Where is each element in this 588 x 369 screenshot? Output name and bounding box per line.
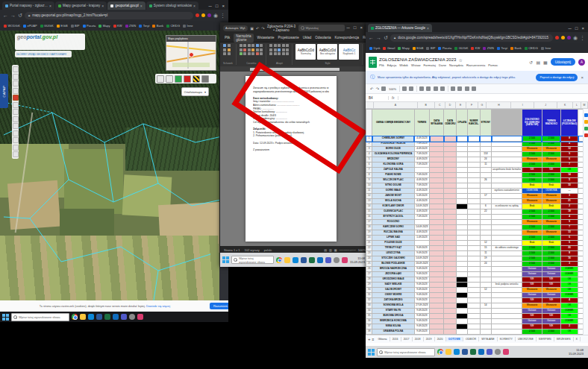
cell-status-1[interactable]: NIE bbox=[522, 277, 542, 283]
cell-numer[interactable] bbox=[468, 204, 480, 209]
cell-numer[interactable] bbox=[468, 293, 480, 298]
bookmark-item[interactable]: CEIDG bbox=[166, 24, 180, 28]
cell-status-2[interactable]: 2.500 bbox=[542, 136, 560, 142]
menu-rozszerzenia[interactable]: Rozszerzenia bbox=[466, 63, 485, 67]
cell-status-1[interactable]: NIE bbox=[522, 314, 542, 319]
cell-odbior[interactable] bbox=[444, 199, 457, 204]
taskbar-chrome-icon[interactable] bbox=[276, 257, 282, 263]
cell-status-1[interactable]: Wezwanie bbox=[522, 199, 542, 204]
table-row[interactable]: 31OSINY MOKRE9.09.2023GotoweGotoweODEBR. bbox=[366, 293, 588, 298]
ribbon-tab-narzdziagwne[interactable]: Narzędzia główne bbox=[234, 34, 253, 42]
map-tool-icon[interactable] bbox=[13, 137, 19, 143]
ribbon-tab-wstawianie[interactable]: Wstawianie bbox=[257, 36, 275, 40]
cell-name[interactable]: BRZOZA NADRZECZNA bbox=[372, 267, 414, 272]
cell-note[interactable] bbox=[492, 225, 522, 230]
cell-status-1[interactable]: Gotowe bbox=[522, 309, 542, 314]
bookmark-item[interactable]: Mapy bbox=[398, 46, 409, 50]
column-header-M[interactable]: M bbox=[581, 102, 588, 108]
cell-odbior[interactable] bbox=[444, 173, 457, 178]
cell-days[interactable]: OK bbox=[560, 303, 578, 309]
cell-status-2[interactable]: Gotowe bbox=[542, 267, 560, 272]
contacts-icon[interactable] bbox=[584, 133, 588, 137]
cell-strony[interactable]: 11 bbox=[480, 251, 492, 256]
reload-icon[interactable]: ↺ bbox=[384, 35, 388, 41]
cell-odbior[interactable] bbox=[444, 157, 457, 163]
cell-odbior[interactable] bbox=[444, 168, 457, 173]
cell-wyslanie[interactable] bbox=[430, 303, 444, 309]
cell-wyslanie[interactable] bbox=[430, 225, 444, 230]
cell-date[interactable]: 27.09.2023 bbox=[414, 303, 430, 309]
capap-side-tab[interactable]: CAPAP bbox=[0, 74, 8, 108]
ribbon-tab-korespondencja[interactable]: Korespondencja bbox=[335, 36, 360, 40]
cell-date[interactable]: 9.09.2023 bbox=[414, 314, 430, 319]
cell-numer[interactable] bbox=[468, 256, 480, 262]
cell-name[interactable]: WOLA SUCHA bbox=[372, 199, 414, 204]
cell-wyslanie[interactable] bbox=[430, 230, 444, 236]
tab-close-icon[interactable]: × bbox=[193, 4, 196, 8]
cell-date[interactable]: 4.09.2023 bbox=[414, 178, 430, 183]
row-number[interactable]: 29 bbox=[366, 283, 372, 288]
column-header-K[interactable]: K bbox=[557, 102, 573, 108]
cell-status-2[interactable]: Wezwanie bbox=[542, 147, 560, 152]
cell-days[interactable]: 14 bbox=[560, 173, 578, 178]
row-number[interactable]: 2 bbox=[366, 142, 372, 147]
table-row[interactable]: 7ZAPOLE KALINAuzupełniono braki formalne… bbox=[366, 168, 588, 173]
menu-narzędzia[interactable]: Narzędzia bbox=[449, 63, 463, 67]
cell-name[interactable]: LIPNIK SAD bbox=[372, 236, 414, 241]
forward-icon[interactable]: → bbox=[10, 13, 16, 18]
cell-numer[interactable] bbox=[468, 142, 480, 147]
cell-numer[interactable] bbox=[468, 189, 480, 194]
cell-wyslanie[interactable] bbox=[430, 246, 444, 251]
cell-date[interactable] bbox=[414, 241, 430, 246]
row-number[interactable]: 6 bbox=[366, 163, 372, 168]
zoom-select[interactable]: 100% bbox=[389, 87, 396, 91]
cell-odbior[interactable] bbox=[444, 163, 457, 168]
reload-icon[interactable]: ↺ bbox=[18, 13, 22, 19]
cell-status-2[interactable]: 2.500 bbox=[542, 215, 560, 220]
taskbar-word-icon[interactable] bbox=[96, 314, 102, 320]
cell-strony[interactable] bbox=[480, 267, 492, 272]
cell-status-1[interactable]: NIE bbox=[522, 168, 542, 173]
row-number[interactable]: 32 bbox=[366, 298, 372, 303]
back-icon[interactable]: ← bbox=[369, 35, 374, 40]
cell-strony[interactable] bbox=[480, 189, 492, 194]
map-tool-icon[interactable] bbox=[13, 88, 19, 94]
cell-status-1[interactable]: 2.500 bbox=[522, 215, 542, 220]
cell-status-1[interactable]: 2.500 bbox=[522, 246, 542, 251]
taskbar-teams-icon[interactable] bbox=[325, 257, 331, 263]
map-tool-icon[interactable] bbox=[13, 130, 19, 136]
bookmark-item[interactable]: Gmail bbox=[383, 46, 395, 50]
cell-odbior[interactable] bbox=[444, 272, 457, 277]
cell-status-2[interactable]: Gotowe bbox=[542, 309, 560, 314]
cell-strony[interactable]: 22 bbox=[480, 209, 492, 215]
cell-status-1[interactable]: Wezwanie bbox=[522, 288, 542, 293]
cell-name[interactable]: OSINY MOKRE bbox=[372, 293, 414, 298]
cell-name[interactable]: KLONOWA GÓRA bbox=[372, 163, 414, 168]
cell-oplata[interactable] bbox=[457, 220, 468, 225]
fill-color-icon[interactable] bbox=[434, 86, 438, 91]
cell-numer[interactable] bbox=[468, 303, 480, 309]
map-tool-icon[interactable] bbox=[13, 102, 19, 108]
cell-date[interactable]: 14.09.2023 bbox=[414, 204, 430, 209]
style-card[interactable]: AaBbCcDdBez odstępów bbox=[317, 44, 337, 60]
cell-status-1[interactable]: ODMOWA bbox=[522, 189, 542, 194]
cell-days[interactable]: 2 bbox=[560, 324, 578, 329]
cell-name[interactable]: ZAPOLE KALINA bbox=[372, 168, 414, 173]
cell-wyslanie[interactable] bbox=[430, 173, 444, 178]
cell-numer[interactable] bbox=[468, 309, 480, 314]
cell-status-2[interactable]: 2.500 bbox=[542, 225, 560, 230]
cell-oplata[interactable] bbox=[457, 309, 468, 314]
cell-numer[interactable] bbox=[468, 168, 480, 173]
cell-date[interactable]: 4.09.2023 bbox=[414, 147, 430, 152]
cell-odbior[interactable] bbox=[444, 277, 457, 283]
cell-wyslanie[interactable] bbox=[430, 319, 444, 324]
cell-numer[interactable] bbox=[468, 267, 480, 272]
record-icon[interactable] bbox=[184, 75, 191, 83]
cell-status-1[interactable]: Wezwanie bbox=[522, 220, 542, 225]
construction-icon[interactable] bbox=[193, 75, 200, 83]
cell-note[interactable] bbox=[492, 215, 522, 220]
cell-strony[interactable] bbox=[480, 298, 492, 303]
cell-note[interactable] bbox=[492, 262, 522, 267]
functions-icon[interactable] bbox=[472, 86, 476, 91]
cell-status-1[interactable]: Wezwanie bbox=[522, 147, 542, 152]
